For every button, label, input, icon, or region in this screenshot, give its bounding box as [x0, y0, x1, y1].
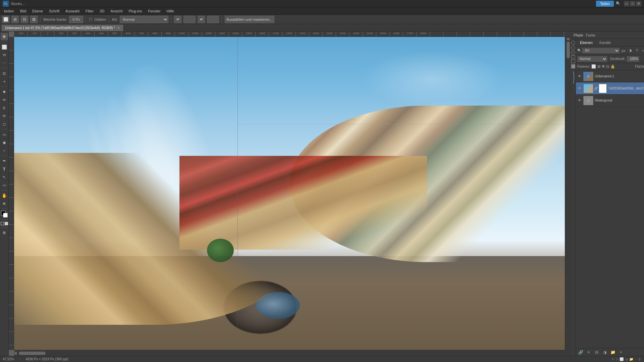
ebenen-tab[interactable]: Ebenen	[577, 40, 595, 45]
menu-beiten[interactable]: beiten	[1, 8, 17, 14]
rect-icon[interactable]	[571, 55, 575, 58]
layer-thumb-hintergrund: ▣	[583, 96, 593, 105]
vscroll-thumb[interactable]	[567, 42, 570, 58]
eyedropper-tool[interactable]: ⌖	[1, 78, 8, 85]
document-tab[interactable]: Unbenannt-1 bei 47,5% (7a9f1960ae00dd9fc…	[1, 24, 123, 31]
new-layer-btn[interactable]: +	[618, 349, 624, 355]
background-color[interactable]	[3, 213, 8, 218]
blur-tool[interactable]: ◉	[1, 139, 8, 146]
shape-tool[interactable]: ▭	[1, 181, 8, 189]
hscroll-bar[interactable]: ◀	[14, 350, 565, 356]
diamond-icon[interactable]	[571, 50, 576, 55]
magic-wand-tool[interactable]: ⋯	[1, 59, 8, 67]
text-tool[interactable]: T	[1, 165, 8, 173]
hscroll-thumb[interactable]	[19, 352, 46, 355]
menu-3d[interactable]: 3D	[97, 8, 107, 14]
layer-item-smart[interactable]: 👁 ⬡ 🔗 7a9f1960ae00dd...dec012503e4d9	[576, 82, 644, 95]
healing-tool[interactable]: ✚	[1, 88, 8, 96]
quick-mask-off[interactable]	[1, 222, 4, 225]
link-layers-btn[interactable]: 🔗	[577, 349, 584, 355]
history-tool[interactable]: ⟳	[1, 112, 8, 120]
select-mask-button[interactable]: Auswählen und maskieren...	[225, 16, 274, 23]
brush-tool[interactable]: ✏	[1, 96, 8, 104]
lock-gradient-icon[interactable]: ⊞	[597, 64, 600, 69]
blend-mode-select[interactable]: Normal Auflösen Abdunkeln Multiplizieren	[577, 56, 607, 62]
selection-mode-intersect[interactable]: ⊠	[30, 16, 38, 23]
maximize-button[interactable]: □	[630, 1, 635, 6]
vscroll-bar[interactable]: ▲	[565, 37, 571, 350]
add-mask-btn[interactable]: ⊟	[593, 349, 600, 355]
layer-eye-smart[interactable]: 👁	[577, 86, 582, 91]
pen-tool[interactable]: ✒	[1, 157, 8, 165]
dodge-tool[interactable]: ○	[1, 147, 8, 154]
square-alt-icon[interactable]	[571, 64, 575, 68]
new-group-btn[interactable]: 📁	[609, 349, 616, 355]
color-tab[interactable]: Farbe	[586, 33, 596, 37]
selection-mode-subtract[interactable]: ⊟	[21, 16, 28, 23]
soft-edge-input[interactable]	[69, 16, 83, 23]
menu-auswahl[interactable]: Auswahl	[63, 8, 82, 14]
menu-fenster[interactable]: Fenster	[145, 8, 163, 14]
layer-item-hintergrund[interactable]: 👁 ▣ Hintergrund 🔒	[576, 95, 644, 107]
selection-mode-new[interactable]: ⬜	[2, 16, 9, 23]
buildings-red-roof	[179, 156, 427, 250]
layer-eye-unbenannt1[interactable]: 👁	[577, 74, 582, 79]
close-button[interactable]: ✕	[636, 1, 641, 6]
gradient-tool[interactable]: ▭	[1, 131, 8, 138]
minimize-button[interactable]: —	[624, 1, 629, 6]
layer-thumb-unbenannt1: ▣	[583, 72, 593, 81]
circle-shape-icon[interactable]	[571, 41, 575, 45]
layer-item-unbenannt1[interactable]: 👁 ▣ Unbenannt-1	[576, 70, 644, 82]
kanaele-tab[interactable]: Kanäle	[597, 40, 613, 45]
square-icon[interactable]	[571, 59, 575, 63]
layer-eye-hintergrund[interactable]: 👁	[577, 98, 582, 103]
hand-tool[interactable]: ✋	[1, 192, 8, 199]
tool-sep-2	[1, 68, 7, 68]
menu-filter[interactable]: Filter	[83, 8, 96, 14]
layers-kind-select[interactable]: Art Name Effekt	[582, 48, 620, 54]
glitter-checkbox[interactable]: ☐	[89, 17, 92, 21]
layers-filter-type[interactable]: T	[634, 48, 640, 54]
path-selection-tool[interactable]: ↖	[1, 173, 8, 181]
menu-schrift[interactable]: Schrift	[46, 8, 62, 14]
lock-px-icon[interactable]: ⬜	[591, 64, 596, 69]
lock-artboard-icon[interactable]: ⊡	[606, 64, 609, 69]
layers-filter-px[interactable]: px	[621, 48, 627, 54]
selection-mode-add[interactable]: ⊞	[11, 16, 19, 23]
clone-tool[interactable]: ⎘	[1, 104, 8, 112]
sep2	[86, 16, 86, 22]
zoom-tool[interactable]: ⊕	[1, 200, 8, 207]
layers-filter-adj[interactable]: ◑	[627, 48, 633, 54]
opacity-input[interactable]	[627, 56, 639, 62]
menu-hilfe[interactable]: Hilfe	[164, 8, 177, 14]
circle-outline-icon[interactable]	[571, 46, 575, 50]
share-button[interactable]: Teilen	[596, 1, 614, 7]
marquee-tool[interactable]: ⬜	[1, 43, 8, 51]
art-select[interactable]: Normal Gebunden Festes Seitenverhältnis …	[120, 16, 168, 23]
eraser-tool[interactable]: ◻	[1, 120, 8, 128]
swap-wh-icon[interactable]: ⇄	[174, 16, 181, 23]
adjustment-btn[interactable]: ◑	[601, 349, 608, 355]
menu-ebene[interactable]: Ebene	[30, 8, 46, 14]
stocks-label[interactable]: Stocks...	[11, 2, 25, 6]
menu-bild[interactable]: Bild	[17, 8, 29, 14]
layer-fx-btn[interactable]: fx	[585, 349, 592, 355]
lock-move-icon[interactable]: ✥	[602, 64, 605, 69]
width-input[interactable]	[183, 16, 196, 23]
curve-icon[interactable]	[571, 71, 576, 85]
quick-mask-on[interactable]	[5, 222, 8, 225]
paths-tab[interactable]: Pfade	[574, 33, 583, 37]
move-tool[interactable]: ✥	[1, 33, 8, 40]
lock-all-icon[interactable]: 🔒	[610, 64, 615, 69]
search-icon[interactable]: 🔍	[616, 1, 621, 6]
height-input[interactable]	[207, 16, 219, 23]
lasso-tool[interactable]: ⟲	[1, 51, 8, 59]
menu-ansicht[interactable]: Ansicht	[108, 8, 125, 14]
layers-filter-shape[interactable]: ▭	[641, 48, 644, 54]
menu-plugins[interactable]: Plug-ins	[126, 8, 145, 14]
crop-tool[interactable]: ⊡	[1, 70, 8, 77]
tab-close-btn[interactable]: ✕	[117, 26, 120, 30]
swap-icon2[interactable]: ⇄	[198, 16, 205, 23]
canvas-content[interactable]	[14, 37, 565, 350]
screen-mode[interactable]: ⊞	[1, 229, 8, 236]
